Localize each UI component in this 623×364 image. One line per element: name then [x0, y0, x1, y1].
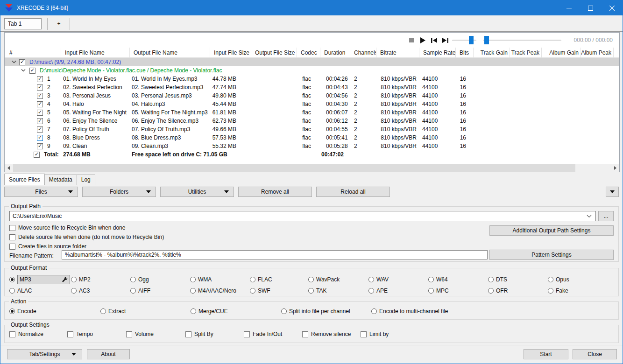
scrollbar-thumb[interactable]: [13, 164, 575, 172]
radio-icon[interactable]: [9, 277, 15, 282]
pattern-settings-button[interactable]: Pattern Settings: [489, 250, 614, 260]
column-header[interactable]: Codec: [297, 48, 320, 57]
format-option[interactable]: WMA: [190, 276, 250, 283]
format-option[interactable]: SWF: [250, 287, 308, 294]
radio-icon[interactable]: [190, 277, 196, 282]
remove-all-button[interactable]: Remove all: [238, 187, 312, 197]
format-option[interactable]: M4A/AAC/Nero: [190, 287, 250, 294]
action-option[interactable]: Merge/CUE: [191, 308, 281, 315]
table-row[interactable]: 8 08. Blue Dress 08. Blue Dress.mp3 57.5…: [5, 133, 619, 142]
setting-checkbox[interactable]: [244, 331, 250, 337]
setting-checkbox[interactable]: [361, 331, 367, 337]
action-option[interactable]: Extract: [100, 308, 191, 315]
column-header[interactable]: Output File Name: [130, 48, 210, 57]
output-setting-option[interactable]: Tempo: [67, 331, 126, 337]
radio-icon[interactable]: [9, 288, 15, 294]
column-header[interactable]: Output File Size: [251, 48, 297, 57]
radio-icon[interactable]: [130, 288, 136, 294]
format-option[interactable]: TAK: [308, 287, 368, 294]
action-option[interactable]: Split into file per channel: [281, 308, 371, 315]
maximize-button[interactable]: [580, 0, 601, 15]
column-header[interactable]: Track Peak: [510, 48, 542, 57]
setting-checkbox[interactable]: [67, 331, 73, 337]
radio-icon[interactable]: [190, 288, 196, 294]
output-setting-option[interactable]: Limit by: [361, 331, 616, 337]
titlebar[interactable]: XRECODE 3 [64-bit]: [0, 0, 623, 15]
format-option[interactable]: ALAC: [9, 287, 71, 294]
browse-button[interactable]: ...: [598, 211, 614, 221]
action-option[interactable]: Encode to multi-channel file: [371, 308, 616, 315]
start-button[interactable]: Start: [524, 349, 568, 359]
column-header[interactable]: Input File Name: [61, 48, 130, 57]
column-header[interactable]: Input File Size: [210, 48, 251, 57]
group-checkbox[interactable]: [19, 59, 25, 65]
radio-icon[interactable]: [191, 308, 196, 314]
row-checkbox[interactable]: [37, 110, 43, 116]
format-option[interactable]: WAV: [368, 276, 428, 283]
total-checkbox[interactable]: [34, 152, 40, 158]
row-checkbox[interactable]: [37, 135, 43, 141]
files-button[interactable]: Files: [4, 187, 78, 197]
previous-track-button[interactable]: [430, 36, 438, 44]
column-header[interactable]: Channels: [350, 48, 376, 57]
radio-icon[interactable]: [100, 308, 106, 314]
radio-icon[interactable]: [548, 277, 553, 282]
table-row[interactable]: 5 05. Waiting For The Night 05. Waiting …: [5, 108, 619, 117]
radio-icon[interactable]: [548, 288, 553, 294]
filename-pattern-input[interactable]: %albumartist% - %album%\%track2%. %title…: [62, 250, 488, 259]
format-option[interactable]: AC3: [71, 287, 130, 294]
column-header[interactable]: Sample Rate: [419, 48, 456, 57]
action-option[interactable]: Encode: [9, 308, 100, 315]
row-checkbox[interactable]: [37, 93, 43, 99]
tab-1[interactable]: Tab 1: [4, 18, 42, 29]
table-row[interactable]: 7 07. Policy Of Truth 07. Policy Of Trut…: [5, 125, 619, 133]
output-setting-option[interactable]: Volume: [126, 331, 185, 337]
next-track-button[interactable]: [441, 36, 449, 44]
radio-icon[interactable]: [368, 277, 374, 282]
radio-icon[interactable]: [428, 288, 434, 294]
tab-log[interactable]: Log: [77, 175, 95, 185]
wrench-icon[interactable]: [62, 277, 68, 283]
column-header[interactable]: Album Gain: [542, 48, 581, 57]
setting-checkbox[interactable]: [185, 331, 191, 337]
format-option[interactable]: MP3: [9, 275, 71, 284]
column-header[interactable]: #: [5, 48, 61, 57]
column-header[interactable]: Duration: [320, 48, 350, 57]
seek-slider[interactable]: [483, 36, 561, 44]
radio-icon[interactable]: [371, 308, 377, 314]
tab-source-files[interactable]: Source Files: [4, 174, 45, 185]
table-row[interactable]: 3 03. Personal Jesus 03. Personal Jesus.…: [5, 91, 619, 100]
radio-icon[interactable]: [368, 288, 374, 294]
close-button[interactable]: [601, 0, 623, 15]
source-folder-checkbox[interactable]: [9, 244, 15, 250]
format-option[interactable]: W64: [428, 276, 488, 283]
row-checkbox[interactable]: [37, 84, 43, 91]
group-row-directory[interactable]: D:\music\ (9/9, 274.68 MB, 00:47:02): [5, 58, 619, 66]
radio-icon[interactable]: [250, 288, 255, 294]
row-checkbox[interactable]: [37, 118, 43, 124]
radio-icon[interactable]: [488, 288, 494, 294]
column-header[interactable]: Track Gain: [474, 48, 510, 57]
more-options-button[interactable]: [606, 187, 619, 197]
recycle-bin-checkbox[interactable]: [9, 225, 15, 231]
scroll-left-arrow-icon[interactable]: [5, 164, 13, 172]
minimize-button[interactable]: [558, 0, 580, 15]
setting-checkbox[interactable]: [302, 331, 308, 337]
radio-icon[interactable]: [250, 277, 255, 282]
table-row[interactable]: 4 04. Halo 04. Halo.mp3 45.44 MB flac 00…: [5, 100, 619, 108]
format-option[interactable]: Ogg: [130, 276, 190, 283]
row-checkbox[interactable]: [37, 101, 43, 107]
utilities-button[interactable]: Utilities: [160, 187, 234, 197]
combo-chevron-down-icon[interactable]: [587, 215, 592, 218]
volume-slider-handle[interactable]: [469, 36, 474, 44]
format-option[interactable]: APE: [368, 287, 428, 294]
table-row[interactable]: 2 02. Sweetest Perfection 02. Sweetest P…: [5, 83, 619, 91]
table-row[interactable]: 6 06. Enjoy The Silence 06. Enjoy The Si…: [5, 117, 619, 125]
row-checkbox[interactable]: [37, 76, 43, 82]
radio-icon[interactable]: [71, 288, 77, 294]
radio-icon[interactable]: [130, 277, 136, 282]
radio-icon[interactable]: [428, 277, 434, 282]
radio-icon[interactable]: [71, 277, 77, 282]
radio-icon[interactable]: [281, 308, 287, 314]
tab-settings-button[interactable]: Tab/Settings: [7, 349, 82, 359]
